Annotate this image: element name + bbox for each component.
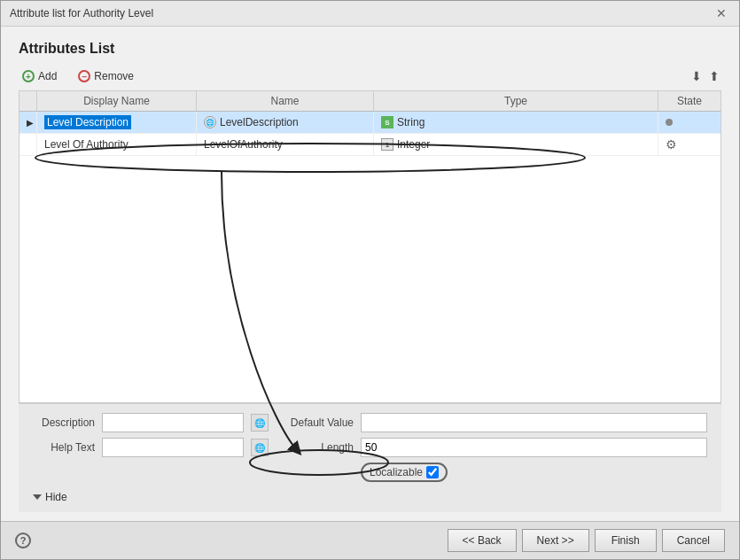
row-indicator: ▶ [19, 112, 37, 133]
col-arrow [19, 91, 37, 111]
type-integer-icon: 1 [381, 138, 393, 151]
bottom-bar: ? << Back Next >> Finish Cancel [1, 521, 739, 559]
description-label: Description [33, 416, 95, 429]
remove-label: Remove [94, 70, 134, 82]
back-button[interactable]: << Back [448, 529, 517, 552]
add-icon: + [22, 70, 35, 82]
default-value-input[interactable] [361, 413, 707, 432]
state-cell: ⚙ [658, 134, 721, 155]
description-input[interactable] [102, 413, 244, 432]
row-indicator [19, 134, 37, 155]
type-cell: 1 Integer [374, 134, 658, 155]
localizable-row: Localizable [283, 463, 707, 482]
length-row: Length [283, 438, 707, 457]
attributes-table: Display Name Name Type State ▶ Level Des… [19, 90, 721, 403]
remove-icon: − [78, 70, 90, 82]
close-button[interactable]: ✕ [713, 6, 730, 20]
col-name: Name [197, 91, 374, 111]
help-text-row: Help Text 🌐 [33, 438, 269, 457]
name-globe-icon: 🌐 [204, 116, 216, 128]
table-row[interactable]: Level Of Authority LevelOfAuthority 1 In… [19, 134, 721, 156]
display-name-cell: Level Description [37, 112, 197, 133]
col-state: State [658, 91, 721, 111]
next-button[interactable]: Next >> [522, 529, 589, 552]
move-up-button[interactable]: ⬆ [707, 67, 721, 85]
name-cell: 🌐 LevelDescription [197, 112, 374, 133]
default-value-row: Default Value [283, 413, 707, 432]
name-value: LevelOfAuthority [204, 138, 283, 151]
move-down-button[interactable]: ⬇ [689, 67, 704, 85]
description-row: Description 🌐 [33, 413, 269, 432]
display-name-value: Level Description [44, 115, 131, 129]
state-gear-icon: ⚙ [666, 137, 677, 152]
localizable-label: Localizable [370, 466, 423, 478]
type-string-icon: S [381, 116, 393, 128]
add-label: Add [38, 70, 57, 82]
add-button[interactable]: + Add [19, 68, 60, 84]
help-text-input[interactable] [102, 438, 244, 457]
toolbar: + Add − Remove ⬇ ⬆ [19, 67, 721, 85]
col-type: Type [374, 91, 658, 111]
state-cell [658, 112, 721, 133]
type-cell: S String [374, 112, 658, 133]
window-title: Attribute list for Authority Level [10, 7, 153, 19]
hide-section[interactable]: Hide [33, 491, 707, 503]
description-globe-button[interactable]: 🌐 [251, 414, 269, 432]
length-label: Length [283, 441, 354, 454]
name-value: LevelDescription [220, 116, 299, 128]
localizable-checkbox[interactable] [426, 466, 439, 478]
state-dot-icon [666, 119, 673, 126]
help-icon[interactable]: ? [15, 533, 31, 548]
bottom-buttons: << Back Next >> Finish Cancel [448, 529, 725, 552]
table-row[interactable]: ▶ Level Description 🌐 LevelDescription S… [19, 112, 721, 134]
type-value: String [397, 116, 425, 128]
hide-label: Hide [45, 491, 67, 503]
help-text-label: Help Text [33, 441, 95, 454]
default-value-label: Default Value [283, 416, 354, 429]
table-header: Display Name Name Type State [19, 91, 721, 112]
cancel-button[interactable]: Cancel [662, 529, 725, 552]
finish-button[interactable]: Finish [595, 529, 657, 552]
help-text-globe-button[interactable]: 🌐 [251, 439, 269, 456]
title-bar: Attribute list for Authority Level ✕ [1, 1, 739, 27]
localizable-container: Localizable [361, 463, 448, 482]
name-cell: LevelOfAuthority [197, 134, 374, 155]
row-arrow-icon: ▶ [27, 118, 34, 128]
section-title: Attributes List [19, 41, 721, 57]
display-name-value: Level Of Authority [44, 138, 129, 151]
col-display-name: Display Name [37, 91, 197, 111]
remove-button[interactable]: − Remove [74, 68, 137, 84]
display-name-cell: Level Of Authority [37, 134, 197, 155]
length-input[interactable] [361, 438, 707, 457]
bottom-form: Description 🌐 Help Text 🌐 Default Valu [19, 403, 721, 512]
type-value: Integer [397, 138, 430, 151]
hide-triangle-icon [33, 494, 42, 500]
table-body: ▶ Level Description 🌐 LevelDescription S… [19, 112, 721, 402]
